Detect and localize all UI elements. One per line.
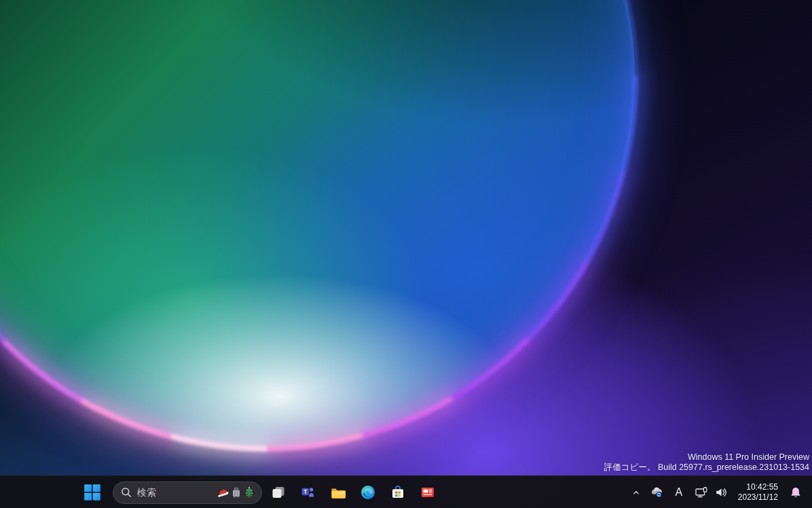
onedrive-sync-icon [650,485,663,500]
task-view-icon [270,484,287,501]
system-tray: A 10:42:55 2023/11/12 [627,476,812,508]
notification-bell-icon [789,485,802,500]
windows-logo-icon [84,484,101,501]
taskbar-button-task-view[interactable] [265,479,292,506]
search-box[interactable] [113,482,262,504]
taskbar-button-edge[interactable] [354,479,382,506]
bloom-rim [0,0,812,508]
taskbar-button-news[interactable] [414,479,441,506]
search-input[interactable] [137,487,212,498]
network-icon [695,486,708,498]
clock: 10:42:55 2023/11/12 [735,482,781,503]
edge-icon [360,484,376,501]
tray-network-volume-button[interactable] [691,479,731,506]
file-explorer-icon [330,484,346,501]
svg-text:T: T [303,488,308,495]
tray-ime-button[interactable]: A [668,479,690,506]
volume-icon [715,486,727,498]
search-highlights[interactable] [217,486,255,498]
tray-notifications-button[interactable] [786,479,806,506]
teams-icon: T [300,484,316,501]
desktop-wallpaper: Windows 11 Pro Insider Preview 評価コピー。 Bu… [0,0,812,508]
news-icon [420,484,436,501]
watermark-line2: 評価コピー。 Build 25977.rs_prerelease.231013-… [604,462,809,473]
clock-date: 2023/11/12 [738,492,778,503]
tray-show-hidden-icons-button[interactable] [627,479,645,506]
taskbar-button-file-explorer[interactable] [325,479,352,506]
start-button[interactable] [79,479,106,506]
insider-watermark: Windows 11 Pro Insider Preview 評価コピー。 Bu… [604,452,809,473]
clock-time: 10:42:55 [746,482,778,492]
chevron-up-icon [631,486,642,499]
christmas-tree-icon [243,486,255,498]
taskbar-button-teams[interactable]: T [295,479,322,506]
microsoft-store-icon [390,484,406,501]
tray-onedrive-button[interactable] [646,479,667,506]
taskbar: T [0,475,812,508]
taskbar-button-microsoft-store[interactable] [384,479,411,506]
taskbar-center-group: T [79,476,441,508]
santa-hat-icon [217,486,229,498]
watermark-line1: Windows 11 Pro Insider Preview [604,452,809,462]
search-icon [121,487,132,498]
tray-clock-button[interactable]: 10:42:55 2023/11/12 [732,479,784,506]
luggage-icon [230,486,242,498]
ime-indicator: A [671,486,686,498]
